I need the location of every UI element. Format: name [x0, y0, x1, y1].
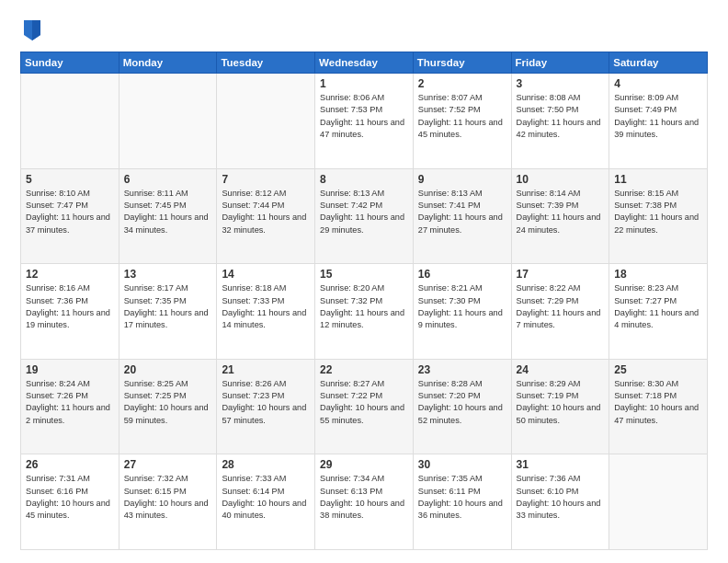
- calendar-cell: [217, 74, 315, 169]
- calendar-cell: 14Sunrise: 8:18 AM Sunset: 7:33 PM Dayli…: [217, 264, 315, 360]
- calendar-cell: 8Sunrise: 8:13 AM Sunset: 7:42 PM Daylig…: [315, 168, 414, 264]
- calendar-cell: 16Sunrise: 8:21 AM Sunset: 7:30 PM Dayli…: [413, 264, 511, 360]
- day-number: 8: [320, 173, 409, 186]
- week-row-1: 1Sunrise: 8:06 AM Sunset: 7:53 PM Daylig…: [21, 74, 708, 169]
- day-header-monday: Monday: [119, 52, 217, 74]
- day-info: Sunrise: 8:09 AM Sunset: 7:49 PM Dayligh…: [614, 92, 703, 141]
- logo-icon: [22, 17, 42, 42]
- day-number: 11: [614, 173, 703, 186]
- calendar-cell: 20Sunrise: 8:25 AM Sunset: 7:25 PM Dayli…: [119, 359, 217, 454]
- day-info: Sunrise: 8:30 AM Sunset: 7:18 PM Dayligh…: [614, 378, 703, 427]
- day-info: Sunrise: 7:35 AM Sunset: 6:11 PM Dayligh…: [418, 473, 507, 522]
- day-info: Sunrise: 7:31 AM Sunset: 6:16 PM Dayligh…: [26, 473, 115, 522]
- day-number: 18: [614, 268, 703, 281]
- day-info: Sunrise: 8:25 AM Sunset: 7:25 PM Dayligh…: [124, 378, 213, 427]
- day-info: Sunrise: 8:28 AM Sunset: 7:20 PM Dayligh…: [418, 378, 507, 427]
- calendar-cell: 18Sunrise: 8:23 AM Sunset: 7:27 PM Dayli…: [609, 264, 708, 360]
- calendar-cell: 9Sunrise: 8:13 AM Sunset: 7:41 PM Daylig…: [413, 168, 511, 264]
- day-number: 15: [320, 268, 409, 281]
- day-number: 1: [320, 77, 409, 90]
- day-header-thursday: Thursday: [413, 52, 511, 74]
- day-header-sunday: Sunday: [21, 52, 119, 74]
- day-info: Sunrise: 8:20 AM Sunset: 7:32 PM Dayligh…: [320, 282, 409, 331]
- day-header-friday: Friday: [511, 52, 609, 74]
- day-number: 17: [517, 268, 606, 281]
- day-number: 9: [418, 173, 507, 186]
- day-info: Sunrise: 8:23 AM Sunset: 7:27 PM Dayligh…: [614, 282, 703, 331]
- day-info: Sunrise: 8:08 AM Sunset: 7:50 PM Dayligh…: [517, 92, 606, 141]
- week-row-4: 19Sunrise: 8:24 AM Sunset: 7:26 PM Dayli…: [21, 359, 708, 454]
- day-header-saturday: Saturday: [609, 52, 708, 74]
- day-number: 4: [614, 77, 703, 90]
- calendar-cell: 11Sunrise: 8:15 AM Sunset: 7:38 PM Dayli…: [609, 168, 708, 264]
- day-info: Sunrise: 7:34 AM Sunset: 6:13 PM Dayligh…: [320, 473, 409, 522]
- calendar-cell: 3Sunrise: 8:08 AM Sunset: 7:50 PM Daylig…: [511, 74, 609, 169]
- day-number: 28: [222, 458, 311, 471]
- calendar-cell: 12Sunrise: 8:16 AM Sunset: 7:36 PM Dayli…: [21, 264, 119, 360]
- day-info: Sunrise: 7:33 AM Sunset: 6:14 PM Dayligh…: [222, 473, 311, 522]
- day-info: Sunrise: 8:11 AM Sunset: 7:45 PM Dayligh…: [124, 188, 213, 236]
- day-number: 29: [320, 458, 409, 471]
- day-number: 10: [517, 173, 606, 186]
- day-number: 3: [517, 77, 606, 90]
- calendar-cell: 29Sunrise: 7:34 AM Sunset: 6:13 PM Dayli…: [315, 454, 414, 550]
- calendar-table: SundayMondayTuesdayWednesdayThursdayFrid…: [20, 52, 708, 550]
- calendar-cell: 1Sunrise: 8:06 AM Sunset: 7:53 PM Daylig…: [315, 74, 414, 169]
- day-info: Sunrise: 8:22 AM Sunset: 7:29 PM Dayligh…: [517, 282, 606, 331]
- calendar-cell: [21, 74, 119, 169]
- calendar-cell: 31Sunrise: 7:36 AM Sunset: 6:10 PM Dayli…: [511, 454, 609, 550]
- day-info: Sunrise: 8:13 AM Sunset: 7:42 PM Dayligh…: [320, 188, 409, 236]
- calendar-cell: 21Sunrise: 8:26 AM Sunset: 7:23 PM Dayli…: [217, 359, 315, 454]
- day-info: Sunrise: 8:06 AM Sunset: 7:53 PM Dayligh…: [320, 92, 409, 141]
- day-number: 5: [26, 173, 115, 186]
- day-info: Sunrise: 8:24 AM Sunset: 7:26 PM Dayligh…: [26, 378, 115, 427]
- calendar-cell: 22Sunrise: 8:27 AM Sunset: 7:22 PM Dayli…: [315, 359, 414, 454]
- day-info: Sunrise: 8:26 AM Sunset: 7:23 PM Dayligh…: [222, 378, 311, 427]
- calendar-cell: 25Sunrise: 8:30 AM Sunset: 7:18 PM Dayli…: [609, 359, 708, 454]
- calendar-cell: [609, 454, 708, 550]
- day-info: Sunrise: 8:12 AM Sunset: 7:44 PM Dayligh…: [222, 188, 311, 236]
- day-header-tuesday: Tuesday: [217, 52, 315, 74]
- day-info: Sunrise: 8:29 AM Sunset: 7:19 PM Dayligh…: [517, 378, 606, 427]
- calendar-cell: 5Sunrise: 8:10 AM Sunset: 7:47 PM Daylig…: [21, 168, 119, 264]
- logo: [20, 17, 42, 42]
- day-number: 22: [320, 363, 409, 376]
- day-info: Sunrise: 8:10 AM Sunset: 7:47 PM Dayligh…: [26, 188, 115, 236]
- day-info: Sunrise: 8:15 AM Sunset: 7:38 PM Dayligh…: [614, 188, 703, 236]
- calendar-cell: 28Sunrise: 7:33 AM Sunset: 6:14 PM Dayli…: [217, 454, 315, 550]
- day-number: 20: [124, 363, 213, 376]
- day-info: Sunrise: 7:36 AM Sunset: 6:10 PM Dayligh…: [517, 473, 606, 522]
- day-number: 31: [517, 458, 606, 471]
- day-number: 24: [517, 363, 606, 376]
- calendar-cell: 17Sunrise: 8:22 AM Sunset: 7:29 PM Dayli…: [511, 264, 609, 360]
- calendar-cell: 27Sunrise: 7:32 AM Sunset: 6:15 PM Dayli…: [119, 454, 217, 550]
- calendar-cell: 10Sunrise: 8:14 AM Sunset: 7:39 PM Dayli…: [511, 168, 609, 264]
- day-number: 25: [614, 363, 703, 376]
- week-row-3: 12Sunrise: 8:16 AM Sunset: 7:36 PM Dayli…: [21, 264, 708, 360]
- header: [20, 17, 708, 42]
- calendar-cell: 26Sunrise: 7:31 AM Sunset: 6:16 PM Dayli…: [21, 454, 119, 550]
- day-number: 16: [418, 268, 507, 281]
- calendar-cell: 2Sunrise: 8:07 AM Sunset: 7:52 PM Daylig…: [413, 74, 511, 169]
- calendar-cell: 6Sunrise: 8:11 AM Sunset: 7:45 PM Daylig…: [119, 168, 217, 264]
- day-info: Sunrise: 8:27 AM Sunset: 7:22 PM Dayligh…: [320, 378, 409, 427]
- calendar-cell: 7Sunrise: 8:12 AM Sunset: 7:44 PM Daylig…: [217, 168, 315, 264]
- week-row-5: 26Sunrise: 7:31 AM Sunset: 6:16 PM Dayli…: [21, 454, 708, 550]
- calendar-cell: [119, 74, 217, 169]
- day-number: 30: [418, 458, 507, 471]
- day-number: 13: [124, 268, 213, 281]
- calendar-cell: 13Sunrise: 8:17 AM Sunset: 7:35 PM Dayli…: [119, 264, 217, 360]
- calendar-body: 1Sunrise: 8:06 AM Sunset: 7:53 PM Daylig…: [21, 74, 708, 550]
- day-number: 6: [124, 173, 213, 186]
- calendar-cell: 4Sunrise: 8:09 AM Sunset: 7:49 PM Daylig…: [609, 74, 708, 169]
- calendar-cell: 23Sunrise: 8:28 AM Sunset: 7:20 PM Dayli…: [413, 359, 511, 454]
- calendar-cell: 19Sunrise: 8:24 AM Sunset: 7:26 PM Dayli…: [21, 359, 119, 454]
- day-info: Sunrise: 8:14 AM Sunset: 7:39 PM Dayligh…: [517, 188, 606, 236]
- day-info: Sunrise: 8:16 AM Sunset: 7:36 PM Dayligh…: [26, 282, 115, 331]
- day-number: 2: [418, 77, 507, 90]
- day-info: Sunrise: 8:21 AM Sunset: 7:30 PM Dayligh…: [418, 282, 507, 331]
- day-number: 7: [222, 173, 311, 186]
- day-info: Sunrise: 8:13 AM Sunset: 7:41 PM Dayligh…: [418, 188, 507, 236]
- day-number: 23: [418, 363, 507, 376]
- day-number: 14: [222, 268, 311, 281]
